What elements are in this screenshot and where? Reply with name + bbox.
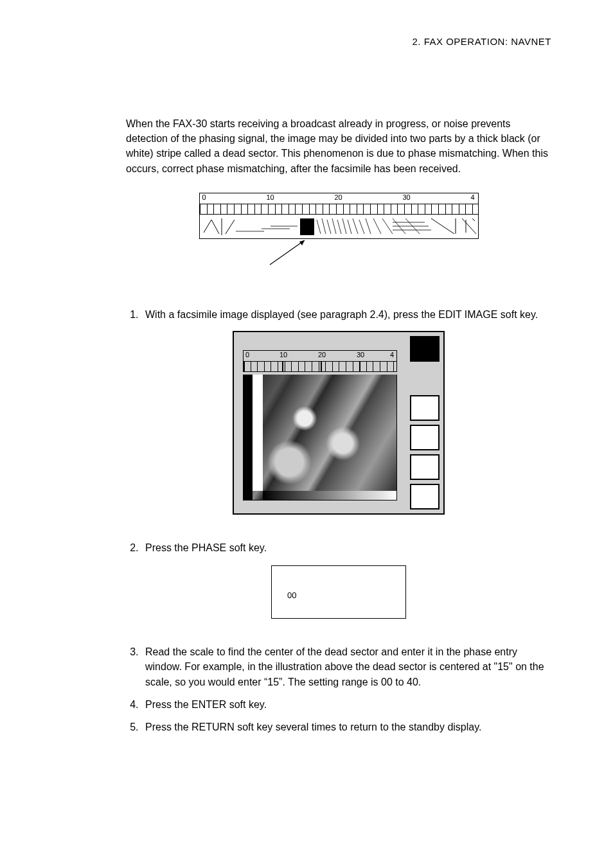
ruler-scale: 0 10 20 30 4 [199, 193, 479, 204]
instruction-list-continued: Press the PHASE soft key. [141, 540, 551, 555]
ruler-tick-10: 10 [267, 193, 274, 201]
step-3: Read the scale to find the center of the… [141, 644, 551, 689]
screen-ruler: 0 10 20 30 4 [243, 350, 397, 362]
ruler-tick-20: 20 [335, 193, 342, 201]
grayscale-bar [263, 491, 396, 500]
svg-line-0 [270, 240, 305, 265]
navnet-screen: 0 10 20 30 4 [233, 331, 445, 515]
intro-paragraph: When the FAX-30 starts receiving a broad… [126, 116, 551, 176]
softkey-1[interactable] [410, 336, 440, 362]
dead-sector-figure: 0 10 20 30 4 [199, 193, 479, 267]
softkey-3[interactable] [410, 425, 440, 450]
screen-ruler-ticks [243, 362, 397, 372]
phase-entry-window: 00 [271, 565, 406, 619]
softkey-2[interactable] [410, 395, 440, 421]
softkey-4[interactable] [410, 454, 440, 480]
page-header: 2. FAX OPERATION: NAVNET [67, 36, 551, 47]
step-4: Press the ENTER soft key. [141, 697, 551, 712]
step-1: With a facsimile image displayed (see pa… [141, 307, 551, 322]
dead-sector-callout-arrow [199, 238, 479, 266]
phase-value: 00 [287, 590, 390, 600]
ruler-tick-0: 0 [202, 193, 206, 201]
ruler-tick-40: 4 [471, 193, 475, 201]
fax-image [243, 375, 397, 500]
ruler-tick-30: 30 [403, 193, 411, 201]
instruction-list: With a facsimile image displayed (see pa… [141, 307, 551, 322]
softkey-column [406, 332, 443, 513]
instruction-list-final: Read the scale to find the center of the… [141, 644, 551, 734]
ruler-ticks [199, 204, 479, 215]
fax-strip [199, 215, 479, 239]
step-2: Press the PHASE soft key. [141, 540, 551, 555]
svg-marker-1 [299, 240, 305, 245]
fax-sketch [200, 215, 479, 239]
softkey-5[interactable] [410, 484, 440, 509]
step-5: Press the RETURN soft key several times … [141, 720, 551, 734]
